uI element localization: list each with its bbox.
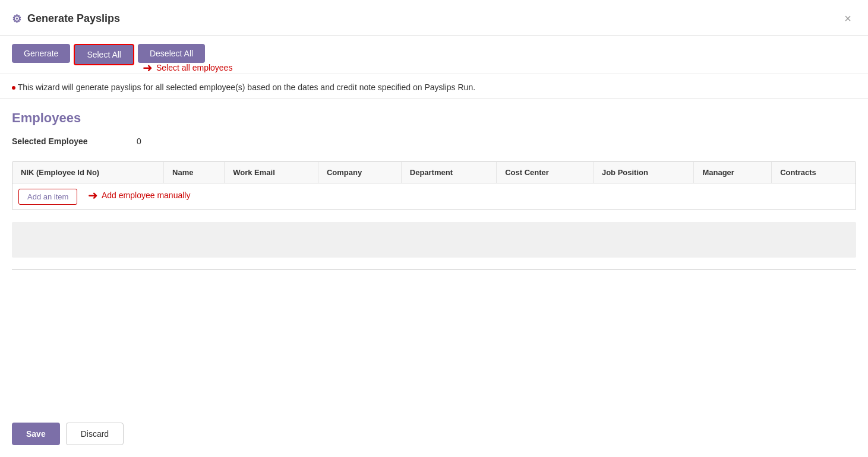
col-manager: Manager xyxy=(694,162,772,183)
dot-indicator xyxy=(12,86,15,90)
generate-button[interactable]: Generate xyxy=(12,44,70,63)
select-all-button[interactable]: Select All xyxy=(74,44,134,65)
save-button[interactable]: Save xyxy=(12,423,60,445)
add-item-row: Add an item ➜ Add employee manually xyxy=(12,183,856,210)
col-work-email: Work Email xyxy=(225,162,318,183)
dialog-title-text: Generate Payslips xyxy=(27,12,120,25)
settings-icon: ⚙ xyxy=(12,12,21,26)
employees-table: NIK (Employee Id No) Name Work Email Com… xyxy=(12,162,856,210)
arrow-right-icon: ➜ xyxy=(143,61,153,75)
description-text: This wizard will generate payslips for a… xyxy=(0,74,868,99)
generate-payslips-dialog: ⚙ Generate Payslips × Generate Select Al… xyxy=(0,0,868,457)
divider xyxy=(12,269,856,270)
selected-employee-value: 0 xyxy=(137,137,141,146)
employees-section: Employees Selected Employee 0 NIK (Emplo… xyxy=(0,99,868,210)
footer: Save Discard xyxy=(0,411,135,457)
col-contracts: Contracts xyxy=(772,162,856,183)
toolbar: Generate Select All Deselect All ➜ Selec… xyxy=(0,36,868,74)
add-item-cell: Add an item ➜ Add employee manually xyxy=(12,183,856,210)
add-item-annotation: ➜ Add employee manually xyxy=(88,188,190,202)
selected-employee-label: Selected Employee xyxy=(12,137,131,146)
select-all-annotation-text: Select all employees xyxy=(156,63,232,72)
col-department: Department xyxy=(401,162,496,183)
col-cost-center: Cost Center xyxy=(497,162,594,183)
employees-section-title: Employees xyxy=(12,110,856,126)
close-button[interactable]: × xyxy=(839,9,856,28)
employees-table-container: NIK (Employee Id No) Name Work Email Com… xyxy=(12,161,856,210)
select-all-annotation: ➜ Select all employees xyxy=(143,61,232,75)
empty-content-area xyxy=(12,222,856,258)
discard-button[interactable]: Discard xyxy=(66,423,124,445)
dialog-header: ⚙ Generate Payslips × xyxy=(0,0,868,36)
col-nik: NIK (Employee Id No) xyxy=(12,162,164,183)
col-company: Company xyxy=(318,162,401,183)
add-item-annotation-text: Add employee manually xyxy=(102,191,190,200)
col-name: Name xyxy=(164,162,225,183)
add-item-button[interactable]: Add an item xyxy=(18,189,77,205)
table-header-row: NIK (Employee Id No) Name Work Email Com… xyxy=(12,162,856,183)
col-job-position: Job Position xyxy=(593,162,694,183)
arrow-right-icon-2: ➜ xyxy=(88,188,98,202)
dialog-title: ⚙ Generate Payslips xyxy=(12,12,120,26)
selected-employee-row: Selected Employee 0 xyxy=(12,137,856,152)
